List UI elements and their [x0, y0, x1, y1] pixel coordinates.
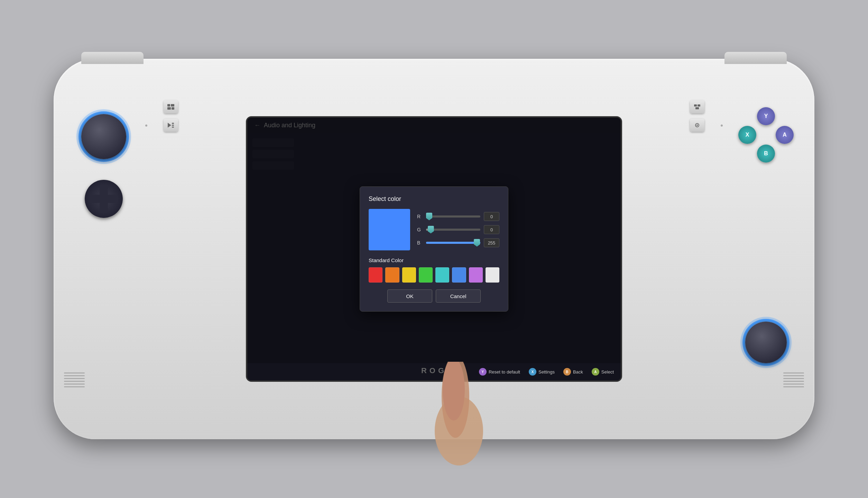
view-button[interactable]: [164, 100, 178, 113]
svg-rect-2: [167, 107, 171, 110]
svg-rect-3: [172, 107, 174, 110]
color-preview: [369, 209, 410, 250]
right-controller: Y X A B: [683, 59, 814, 439]
svg-rect-0: [167, 104, 170, 107]
b-slider-row: B 255: [417, 238, 499, 247]
r-slider-track[interactable]: [426, 215, 480, 218]
svg-rect-5: [172, 123, 174, 124]
svg-rect-7: [172, 127, 174, 128]
back-label: Back: [573, 369, 583, 375]
svg-rect-9: [698, 104, 700, 107]
rog-logo: ROG: [421, 366, 447, 375]
b-label: B: [417, 240, 423, 246]
b-slider-track[interactable]: [426, 242, 480, 244]
abxy-buttons: Y X A B: [738, 107, 794, 163]
reset-to-default-action[interactable]: Y Reset to default: [479, 368, 520, 376]
svg-point-12: [696, 124, 698, 126]
standard-color-section: Standard Color: [369, 257, 499, 283]
g-slider-row: G 0: [417, 225, 499, 234]
swatch-white[interactable]: [486, 267, 499, 283]
svg-point-13: [435, 396, 483, 465]
swatch-green[interactable]: [419, 267, 433, 283]
right-thumbstick[interactable]: [745, 322, 787, 363]
a-button[interactable]: A: [776, 126, 794, 144]
x-button-icon: X: [529, 368, 536, 376]
menu-button[interactable]: [164, 119, 178, 132]
r-label: R: [417, 214, 423, 219]
swatch-orange[interactable]: [385, 267, 399, 283]
right-small-btn-2[interactable]: [690, 119, 704, 132]
select-label: Select: [601, 369, 614, 375]
standard-color-title: Standard Color: [369, 257, 499, 263]
left-small-buttons: [164, 100, 178, 132]
b-button[interactable]: B: [757, 145, 775, 163]
modal-title: Select color: [369, 195, 499, 203]
svg-rect-1: [171, 104, 174, 107]
device-dot-left: [145, 124, 147, 127]
dpad-vertical: [100, 185, 108, 213]
ok-button[interactable]: OK: [387, 289, 432, 303]
right-speaker: [783, 372, 804, 387]
svg-rect-8: [694, 104, 697, 107]
a-button-icon: A: [592, 368, 599, 376]
color-picker-content: R 0 G: [369, 209, 499, 250]
color-picker-modal: Select color R 0: [360, 186, 508, 312]
swatch-red[interactable]: [369, 267, 382, 283]
svg-rect-6: [172, 125, 174, 126]
swatch-purple[interactable]: [469, 267, 483, 283]
r-slider-row: R 0: [417, 212, 499, 221]
cancel-button[interactable]: Cancel: [436, 289, 481, 303]
x-button[interactable]: X: [738, 126, 756, 144]
g-value[interactable]: 0: [484, 225, 499, 234]
r-value[interactable]: 0: [484, 212, 499, 221]
swatch-cyan[interactable]: [435, 267, 449, 283]
device: ← Audio and Lighting Select color: [54, 59, 814, 439]
svg-marker-4: [168, 123, 171, 128]
swatch-yellow[interactable]: [402, 267, 416, 283]
dpad[interactable]: [85, 180, 123, 218]
select-action[interactable]: A Select: [592, 368, 614, 376]
settings-action[interactable]: X Settings: [529, 368, 555, 376]
left-speaker: [64, 372, 85, 387]
back-action[interactable]: B Back: [563, 368, 583, 376]
right-small-buttons: [690, 100, 704, 132]
y-button[interactable]: Y: [757, 107, 775, 125]
left-controller: [54, 59, 185, 439]
g-label: G: [417, 227, 423, 232]
g-slider-track[interactable]: [426, 229, 480, 231]
b-button-icon: B: [563, 368, 571, 376]
right-small-btn-1[interactable]: [690, 100, 704, 113]
left-thumbstick[interactable]: [81, 114, 126, 159]
y-button-icon: Y: [479, 368, 487, 376]
screen: ← Audio and Lighting Select color: [247, 118, 621, 380]
swatch-blue[interactable]: [452, 267, 466, 283]
modal-buttons: OK Cancel: [369, 289, 499, 303]
b-value[interactable]: 255: [484, 238, 499, 247]
sliders-area: R 0 G: [417, 209, 499, 250]
color-swatches: [369, 267, 499, 283]
reset-to-default-label: Reset to default: [489, 369, 520, 375]
settings-label: Settings: [538, 369, 555, 375]
modal-overlay: Select color R 0: [247, 118, 621, 380]
svg-rect-10: [695, 107, 699, 109]
